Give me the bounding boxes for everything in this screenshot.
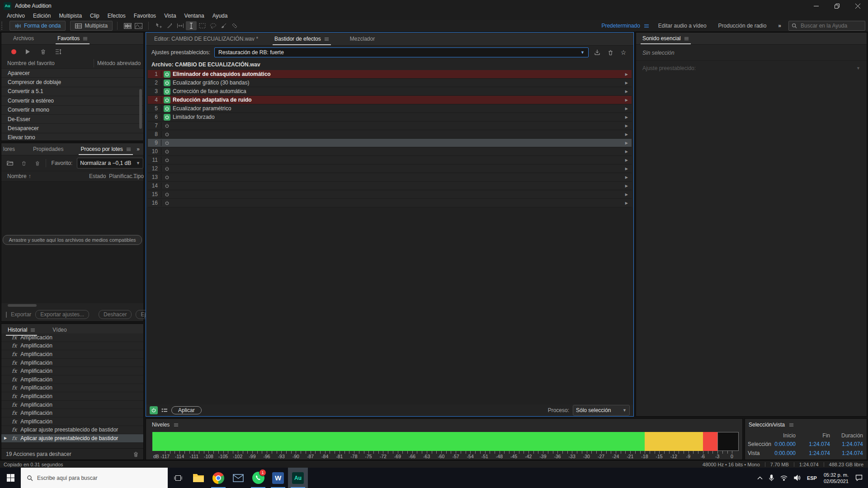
effect-slot[interactable]: 4 Reducción adaptativa de ruido ▶ [148, 96, 632, 104]
menu-item[interactable]: Clip [86, 13, 104, 19]
waveform-view-button[interactable]: Forma de onda [9, 21, 66, 31]
column-shortcut[interactable]: Método abreviado [97, 60, 141, 66]
multitrack-view-button[interactable]: Multipista [70, 21, 113, 31]
time-selection-tool-icon[interactable] [186, 21, 197, 30]
favorite-item[interactable]: Compresor de doblaje [1, 78, 143, 87]
remove-all-icon[interactable] [35, 160, 40, 166]
taskbar-file-explorer[interactable] [189, 468, 208, 488]
restore-button[interactable] [826, 0, 847, 12]
effect-slot[interactable]: 12 ▶ [148, 164, 632, 173]
panel-menu-icon[interactable] [789, 423, 794, 427]
history-entry[interactable]: ▶ fx Amplificación [1, 401, 143, 409]
tab-proceso-por-lotes[interactable]: Proceso por lotes [75, 143, 136, 155]
lasso-selection-tool-icon[interactable] [208, 21, 218, 30]
history-entry[interactable]: ▶ fx Amplificación [1, 418, 143, 426]
power-on-icon[interactable] [164, 97, 170, 103]
slot-expand-arrow[interactable]: ▶ [625, 201, 628, 205]
tab-video[interactable]: Vídeo [47, 324, 72, 336]
save-preset-icon[interactable] [593, 49, 602, 56]
clear-history-icon[interactable] [133, 451, 139, 457]
open-folder-icon[interactable] [7, 160, 13, 166]
tab-sonido-esencial[interactable]: Sonido esencial [637, 33, 694, 44]
tab-historial[interactable]: Historial [2, 324, 41, 336]
power-off-icon[interactable] [164, 140, 170, 146]
task-view-button[interactable] [168, 468, 189, 488]
help-search-box[interactable] [788, 21, 865, 31]
tab-markers-clipped[interactable]: lores [1, 143, 20, 155]
history-entry[interactable]: ▶ fx Amplificación [1, 367, 143, 375]
slot-expand-arrow[interactable]: ▶ [625, 72, 628, 76]
slot-expand-arrow[interactable]: ▶ [625, 98, 628, 102]
slip-tool-icon[interactable] [175, 21, 186, 30]
power-on-icon[interactable] [164, 71, 170, 78]
delete-preset-icon[interactable] [606, 50, 615, 56]
menu-item[interactable]: Efectos [104, 13, 130, 19]
process-dropdown[interactable]: Sólo selección▼ [573, 405, 630, 416]
taskbar-mail[interactable] [228, 468, 248, 488]
workspace-edit-audio-video[interactable]: Editar audio a vídeo [658, 23, 707, 29]
history-entry[interactable]: ▶ fx Amplificación [1, 409, 143, 418]
slot-expand-arrow[interactable]: ▶ [625, 141, 628, 145]
action-center-icon[interactable] [852, 474, 868, 481]
tab-mezclador[interactable]: Mezclador [344, 33, 380, 45]
history-entry[interactable]: ▶ fx Amplificación [1, 342, 143, 351]
rack-list-icon[interactable] [161, 408, 168, 413]
effect-slot[interactable]: 13 ▶ [148, 173, 632, 182]
export-settings-button[interactable]: Exportar ajustes... [35, 310, 89, 319]
power-off-icon[interactable] [164, 183, 170, 189]
power-off-icon[interactable] [164, 200, 170, 206]
move-tool-icon[interactable] [153, 21, 164, 30]
start-button[interactable] [0, 468, 21, 488]
column-estado[interactable]: Estado [89, 173, 106, 179]
record-favorite-icon[interactable] [11, 49, 16, 54]
effect-slot[interactable]: 8 ▶ [148, 130, 632, 139]
menu-item[interactable]: Archivo [3, 13, 29, 19]
paintbrush-tool-icon[interactable] [218, 21, 229, 30]
slot-expand-arrow[interactable]: ▶ [625, 192, 628, 197]
taskbar-word[interactable]: W [268, 468, 288, 488]
batch-hscrollbar[interactable] [1, 303, 143, 308]
tray-volume-icon[interactable] [791, 475, 804, 481]
power-off-icon[interactable] [164, 165, 170, 172]
spot-healing-brush-icon[interactable] [229, 21, 240, 30]
close-button[interactable] [847, 0, 868, 12]
edit-shortcuts-icon[interactable] [55, 49, 61, 55]
favorite-dropdown[interactable]: Normalizar a −0,1 dB▼ [77, 158, 143, 169]
taskbar-search-box[interactable]: Escribe aquí para buscar [21, 468, 168, 488]
effect-slot[interactable]: 1 Eliminador de chasquidos automático ▶ [148, 70, 632, 79]
minimize-button[interactable] [806, 0, 826, 12]
tab-editor[interactable]: Editor: CAMBIO DE ECUALIZACIÓN.wav * [149, 33, 264, 45]
favorite-item[interactable]: Convertir a estéreo [1, 96, 143, 105]
apply-button[interactable]: Aplicar [171, 406, 202, 414]
favorite-item[interactable]: Convertir a 5.1 [1, 87, 143, 96]
play-favorite-icon[interactable] [26, 49, 30, 54]
undo-button[interactable]: Deshacer [99, 310, 132, 319]
favorites-scrollbar[interactable] [139, 89, 142, 129]
effect-slot[interactable]: 14 ▶ [148, 182, 632, 190]
tray-network-icon[interactable] [777, 475, 791, 481]
tab-archivos[interactable]: Archivos [8, 33, 39, 44]
history-entry[interactable]: ▶ fx Amplificación [1, 392, 143, 401]
help-search-input[interactable] [800, 22, 862, 29]
favorite-item[interactable]: De-Esser [1, 115, 143, 124]
waveform-display-icon[interactable] [122, 21, 133, 30]
column-favorite-name[interactable]: Nombre del favorito [1, 60, 55, 66]
slot-expand-arrow[interactable]: ▶ [625, 150, 628, 154]
rack-power-button[interactable] [150, 406, 158, 414]
power-off-icon[interactable] [164, 191, 170, 198]
power-off-icon[interactable] [164, 174, 170, 181]
menu-item[interactable]: Ventana [180, 13, 208, 19]
effect-slot[interactable]: 3 Corrección de fase automática ▶ [148, 87, 632, 96]
effect-slot[interactable]: 10 ▶ [148, 147, 632, 156]
history-entry[interactable]: ▶ fx Amplificación [1, 375, 143, 384]
marquee-selection-tool-icon[interactable] [197, 21, 208, 30]
tray-hidden-icons-chevron[interactable] [754, 476, 766, 480]
favorite-item[interactable]: Elevar tono [1, 133, 143, 141]
tab-propiedades[interactable]: Propiedades [28, 143, 69, 155]
slot-expand-arrow[interactable]: ▶ [625, 158, 628, 162]
slot-expand-arrow[interactable]: ▶ [625, 81, 628, 85]
menu-item[interactable]: Favoritos [130, 13, 160, 19]
panel-more-chevron[interactable]: » [137, 146, 140, 152]
history-entry[interactable]: ▶ fx Aplicar ajuste preestablecido de ba… [1, 434, 143, 443]
effect-slot[interactable]: 16 ▶ [148, 199, 632, 207]
